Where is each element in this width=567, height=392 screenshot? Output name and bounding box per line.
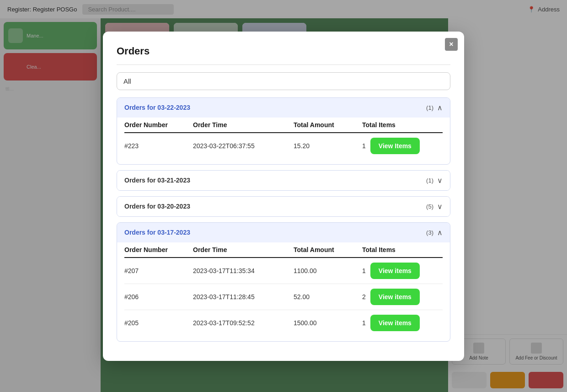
order-items-206: 2 View items [362,284,443,310]
th-order-time-1: Order Time [193,118,294,133]
order-group-meta-03-22-2023: (1) ∧ [426,103,443,112]
table-row: #206 2023-03-17T11:28:45 52.00 2 View it… [124,284,443,310]
items-count-205: 1 [362,319,366,327]
chevron-down-icon-03-21-2023: ∨ [437,176,443,185]
order-group-title-03-20-2023: Orders for 03-20-2023 [124,203,190,210]
chevron-down-icon-03-20-2023: ∨ [437,202,443,211]
order-items-205: 1 View items [362,310,443,336]
view-items-button-206[interactable]: View items [370,289,420,305]
table-header-row-03-17-2023: Order Number Order Time Total Amount Tot… [124,242,443,258]
th-total-items-1: Total Items [362,118,443,133]
filter-select[interactable]: All Today This Week This Month [117,72,450,90]
chevron-up-icon-03-17-2023: ∧ [437,228,443,237]
order-group-header-03-20-2023[interactable]: Orders for 03-20-2023 (5) ∨ [117,197,450,216]
order-time-206: 2023-03-17T11:28:45 [193,284,294,310]
order-group-count-03-21-2023: (1) [426,177,433,184]
total-items-cell-223: 1 View Items [362,138,443,154]
items-count-223: 1 [362,142,366,150]
order-time-205: 2023-03-17T09:52:52 [193,310,294,336]
table-row: #205 2023-03-17T09:52:52 1500.00 1 View … [124,310,443,336]
order-group-03-21-2023: Orders for 03-21-2023 (1) ∨ [117,170,450,191]
total-items-cell-206: 2 View items [362,289,443,305]
order-items-207: 1 View items [362,258,443,284]
order-group-meta-03-21-2023: (1) ∨ [426,176,443,185]
table-row: #207 2023-03-17T11:35:34 1100.00 1 View … [124,258,443,284]
order-number-206: #206 [124,284,193,310]
order-group-header-03-22-2023[interactable]: Orders for 03-22-2023 (1) ∧ [117,98,450,118]
order-group-title-03-21-2023: Orders for 03-21-2023 [124,177,190,184]
order-group-count-03-17-2023: (3) [426,229,433,236]
th-order-number-2: Order Number [124,242,193,258]
th-order-time-2: Order Time [193,242,294,258]
th-total-amount-1: Total Amount [294,118,362,133]
total-items-cell-207: 1 View items [362,263,443,279]
order-time-207: 2023-03-17T11:35:34 [193,258,294,284]
modal-backdrop: × Orders All Today This Week This Month … [0,0,567,392]
order-group-title-03-17-2023: Orders for 03-17-2023 [124,229,190,236]
order-groups-container: Orders for 03-22-2023 (1) ∧ Order Number… [117,97,450,342]
table-header-row-03-22-2023: Order Number Order Time Total Amount Tot… [124,118,443,133]
modal-title: Orders [117,45,450,57]
orders-table-03-22-2023: Order Number Order Time Total Amount Tot… [124,118,443,159]
order-group-meta-03-17-2023: (3) ∧ [426,228,443,237]
order-amount-207: 1100.00 [294,258,362,284]
order-group-count-03-22-2023: (1) [426,104,433,111]
order-group-count-03-20-2023: (5) [426,203,433,210]
order-group-03-22-2023: Orders for 03-22-2023 (1) ∧ Order Number… [117,97,450,165]
order-time-223: 2023-03-22T06:37:55 [193,133,294,159]
table-row: #223 2023-03-22T06:37:55 15.20 1 View It… [124,133,443,159]
orders-modal: × Orders All Today This Week This Month … [103,32,464,361]
items-count-207: 1 [362,267,366,274]
th-order-number-1: Order Number [124,118,193,133]
view-items-button-205[interactable]: View items [370,315,420,331]
order-group-03-17-2023: Orders for 03-17-2023 (3) ∧ Order Number… [117,222,450,342]
th-total-items-2: Total Items [362,242,443,258]
order-number-205: #205 [124,310,193,336]
orders-table-wrapper-03-22-2023: Order Number Order Time Total Amount Tot… [117,118,450,164]
close-button[interactable]: × [445,38,458,51]
view-items-button-223[interactable]: View Items [370,138,420,154]
order-group-meta-03-20-2023: (5) ∨ [426,202,443,211]
order-amount-206: 52.00 [294,284,362,310]
total-items-cell-205: 1 View items [362,315,443,331]
order-number-207: #207 [124,258,193,284]
modal-divider [117,64,450,65]
orders-table-03-17-2023: Order Number Order Time Total Amount Tot… [124,242,443,336]
order-group-title-03-22-2023: Orders for 03-22-2023 [124,104,190,111]
order-number-223: #223 [124,133,193,159]
order-group-03-20-2023: Orders for 03-20-2023 (5) ∨ [117,196,450,217]
items-count-206: 2 [362,293,366,301]
order-group-header-03-21-2023[interactable]: Orders for 03-21-2023 (1) ∨ [117,171,450,190]
orders-table-wrapper-03-17-2023: Order Number Order Time Total Amount Tot… [117,242,450,341]
th-total-amount-2: Total Amount [294,242,362,258]
chevron-up-icon-03-22-2023: ∧ [437,103,443,112]
order-amount-205: 1500.00 [294,310,362,336]
order-items-223: 1 View Items [362,133,443,159]
order-amount-223: 15.20 [294,133,362,159]
view-items-button-207[interactable]: View items [370,263,420,279]
order-group-header-03-17-2023[interactable]: Orders for 03-17-2023 (3) ∧ [117,223,450,242]
